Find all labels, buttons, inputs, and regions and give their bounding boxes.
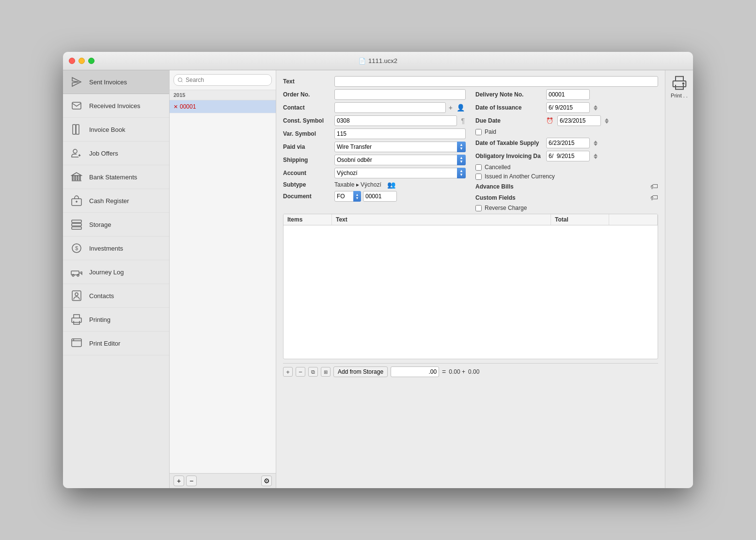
remove-item-button[interactable]: − [186, 476, 197, 486]
content-area: Text Order No. Contact [276, 70, 693, 488]
sidebar-item-printing[interactable]: Printing [63, 308, 169, 332]
sidebar-item-contacts[interactable]: Contacts [63, 284, 169, 308]
minimize-button[interactable] [79, 58, 85, 64]
titlebar: 📄 1111.ucx2 [63, 52, 693, 70]
taxable-down[interactable] [594, 143, 598, 146]
text-input[interactable] [334, 76, 658, 87]
doc-type-select[interactable]: FO [334, 191, 361, 202]
due-date-arrows[interactable] [605, 118, 609, 124]
paid-checkbox-row: Paid [475, 128, 658, 135]
reverse-charge-checkbox[interactable] [475, 205, 482, 211]
due-date-up[interactable] [605, 118, 609, 121]
text-row: Text [283, 76, 658, 87]
subtype-label: Subtype [283, 181, 331, 188]
date-issuance-arrows[interactable] [594, 105, 598, 111]
svg-point-21 [75, 293, 78, 296]
amount-input[interactable] [391, 366, 439, 377]
svg-rect-5 [72, 176, 73, 180]
paid-via-label: Paid via [283, 143, 331, 150]
obligatory-up[interactable] [594, 154, 598, 156]
sidebar-item-storage[interactable]: Storage [63, 213, 169, 237]
items-header: Items Text Total [284, 214, 658, 225]
obligatory-arrows[interactable] [594, 154, 598, 159]
sidebar-item-sent-invoices[interactable]: Sent Invoices [63, 70, 169, 94]
items-table: Items Text Total [283, 214, 658, 359]
add-contact-icon[interactable]: + [448, 103, 454, 112]
subtype-icon[interactable]: 👥 [387, 181, 395, 189]
const-symbol-label: Const. Symbol [283, 117, 331, 124]
due-date-row: Due Date ⏰ [475, 115, 658, 126]
file-icon: 📄 [359, 58, 366, 64]
cancelled-label: Cancelled [485, 164, 510, 171]
svg-rect-2 [73, 125, 76, 134]
document-number-input[interactable] [363, 191, 397, 202]
paid-via-select[interactable]: Wire Transfer [334, 142, 466, 152]
svg-rect-12 [72, 220, 81, 222]
sidebar-item-cash-register[interactable]: Cash Register [63, 189, 169, 213]
order-no-row: Order No. [283, 89, 466, 100]
settings-button[interactable]: ⚙ [261, 476, 272, 486]
add-row-button[interactable]: + [283, 367, 293, 377]
shipping-wrapper: Osobní odběr ▲ ▼ [334, 155, 466, 165]
print-button-area[interactable]: Print . . [671, 75, 688, 98]
sidebar-item-bank-statements[interactable]: Bank Statements [63, 165, 169, 189]
custom-fields-icon[interactable]: 🏷 [650, 193, 658, 202]
var-symbol-input[interactable] [334, 128, 466, 139]
taxable-up[interactable] [594, 141, 598, 143]
close-button[interactable] [69, 58, 75, 64]
issued-currency-row: Issued in Another Currency [475, 173, 658, 180]
due-date-input[interactable] [557, 115, 601, 126]
storage-icon [70, 218, 83, 231]
obligatory-down[interactable] [594, 157, 598, 159]
person-icon[interactable]: 👤 [456, 103, 466, 112]
svg-rect-6 [75, 176, 76, 180]
search-input[interactable] [173, 74, 272, 86]
issued-currency-checkbox[interactable] [475, 174, 482, 180]
due-date-down[interactable] [605, 121, 609, 124]
text-label: Text [283, 78, 331, 85]
maximize-button[interactable] [88, 58, 94, 64]
sidebar-item-investments[interactable]: $ Investments [63, 237, 169, 260]
taxable-supply-arrows[interactable] [594, 141, 598, 146]
sidebar-item-journey-log[interactable]: Journey Log [63, 260, 169, 284]
sidebar-item-invoice-book[interactable]: Invoice Book [63, 118, 169, 142]
received-invoices-icon [70, 99, 83, 112]
const-symbol-input[interactable] [334, 115, 457, 126]
sidebar-item-received-invoices[interactable]: Received Invoices [63, 94, 169, 118]
account-select[interactable]: Výchozí [334, 168, 466, 178]
date-issuance-label: Date of Issuance [475, 104, 543, 111]
add-from-storage-button[interactable]: Add from Storage [333, 366, 388, 377]
add-item-button[interactable]: + [173, 476, 184, 486]
date-issuance-input[interactable] [546, 102, 590, 113]
delivery-note-row: Delivery Note No. [475, 89, 658, 100]
date-issuance-up[interactable] [594, 105, 598, 108]
print-sidebar[interactable]: Print . . [665, 70, 693, 488]
sidebar-item-job-offers[interactable]: Job Offers [63, 142, 169, 165]
col-total: Total [551, 214, 609, 225]
custom-fields-row: Custom Fields 🏷 [475, 193, 658, 202]
paragraph-icon[interactable]: ¶ [460, 116, 466, 126]
advance-bills-icon[interactable]: 🏷 [650, 182, 658, 191]
date-issuance-down[interactable] [594, 108, 598, 111]
delivery-note-input[interactable] [546, 89, 590, 100]
print-editor-icon [70, 336, 83, 350]
col-items: Items [284, 214, 332, 225]
subtype-row: Subtype Taxable ▸ Výchozí 👥 [283, 181, 466, 189]
contact-input[interactable] [334, 102, 446, 113]
obligatory-input[interactable] [546, 151, 590, 161]
shipping-select[interactable]: Osobní odběr [334, 155, 466, 165]
alarm-icon: ⏰ [546, 117, 553, 124]
cancelled-checkbox[interactable] [475, 164, 482, 171]
copy-row-button[interactable]: ⧉ [308, 367, 318, 377]
form-section: Text Order No. Contact [276, 70, 665, 488]
storage-row-button[interactable]: ⊞ [321, 367, 331, 377]
taxable-supply-input[interactable] [546, 138, 590, 148]
job-offers-icon [70, 146, 83, 160]
order-no-input[interactable] [334, 89, 466, 100]
svg-point-18 [72, 274, 74, 276]
paid-checkbox[interactable] [475, 129, 482, 135]
list-item[interactable]: ✕ 00001 [170, 100, 276, 113]
advance-bills-row: Advance Bills 🏷 [475, 182, 658, 191]
remove-row-button[interactable]: − [296, 367, 305, 377]
sidebar-item-print-editor[interactable]: Print Editor [63, 332, 169, 355]
